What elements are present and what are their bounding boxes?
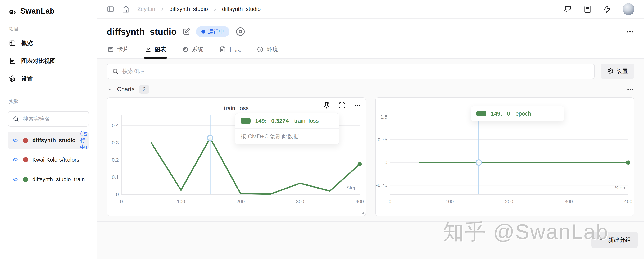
tab-environment[interactable]: 环境 (256, 44, 279, 58)
svg-text:0: 0 (384, 160, 387, 165)
experiment-row[interactable]: Kwai-Kolors/Kolors (8, 151, 89, 168)
github-icon[interactable] (564, 5, 572, 13)
experiment-color-dot (23, 177, 28, 182)
breadcrumb: ZeyiLin diffsynth_studio diffsynth_studi… (137, 6, 261, 12)
tooltip-value: 0 (507, 110, 510, 117)
experiment-color-dot (23, 138, 28, 143)
svg-text:200: 200 (505, 199, 513, 204)
experiment-search-placeholder: 搜索实验名 (23, 115, 50, 122)
settings-button-label: 设置 (617, 68, 628, 75)
experiment-search-input[interactable]: 搜索实验名 (8, 111, 89, 127)
info-circle-icon (257, 46, 264, 53)
search-icon (13, 116, 19, 122)
cpu-icon (182, 46, 189, 53)
chart-search-placeholder: 搜索图表 (122, 68, 144, 75)
lightning-icon[interactable] (603, 5, 611, 13)
tab-bar: 卡片 图表 系统 (97, 44, 644, 58)
top-bar: ZeyiLin diffsynth_studio diffsynth_studi… (97, 0, 644, 18)
experiment-status: (运行中) (80, 130, 87, 150)
gear-icon (9, 75, 16, 82)
card-icon (108, 46, 114, 53)
svg-text:300: 300 (296, 199, 304, 204)
pin-chart-icon[interactable] (323, 102, 330, 109)
page-title: diffsynth_studio (107, 26, 177, 37)
app-logo[interactable]: SwanLab (8, 6, 89, 15)
sidebar-toggle-icon[interactable] (107, 5, 114, 13)
charts-count-badge: 2 (139, 85, 149, 94)
fullscreen-icon[interactable] (338, 102, 345, 109)
svg-text:400: 400 (356, 199, 364, 204)
experiment-row[interactable]: diffsynth_studio_train (8, 171, 89, 188)
main-area: ZeyiLin diffsynth_studio diffsynth_studi… (97, 0, 644, 259)
svg-text:200: 200 (236, 199, 244, 204)
sidebar-section-experiment: 实验 (9, 98, 88, 105)
chart-more-button[interactable] (354, 102, 361, 109)
tab-charts[interactable]: 图表 (144, 44, 167, 58)
tab-label: 系统 (192, 46, 204, 53)
resize-corner-handle[interactable] (359, 209, 364, 214)
experiment-row[interactable]: diffsynth_studio (运行中) (8, 132, 89, 149)
experiment-color-dot (23, 157, 28, 162)
status-badge-label: 运行中 (208, 28, 224, 35)
chart-card-train-loss: train_loss 00.10.20.30.40100200300400Ste… (107, 97, 366, 216)
svg-text:-0.75: -0.75 (376, 182, 387, 188)
section-more-button[interactable] (626, 85, 634, 93)
charts-content: 搜索图表 设置 Charts 2 (97, 58, 644, 259)
docs-book-icon[interactable] (584, 5, 592, 13)
charts-section-title: Charts (117, 86, 134, 93)
sidebar-item-label: 图表对比视图 (21, 57, 56, 65)
svg-text:0.4: 0.4 (112, 122, 119, 128)
search-icon (112, 68, 118, 74)
svg-text:0.75: 0.75 (378, 137, 387, 142)
sidebar-nav: 概览 图表对比视图 设置 (8, 34, 89, 88)
tab-system[interactable]: 系统 (182, 44, 204, 58)
overview-grid-icon (9, 40, 16, 47)
experiment-name: diffsynth_studio (32, 137, 76, 144)
avatar[interactable] (622, 3, 634, 15)
sidebar-item-settings[interactable]: 设置 (8, 70, 89, 88)
svg-text:0: 0 (116, 192, 118, 197)
edit-pencil-icon[interactable] (182, 28, 190, 36)
chart-tooltip: 149: 0.3274 train_loss 按 CMD+C 复制此数据 (235, 113, 340, 144)
eye-visible-icon[interactable] (12, 138, 19, 143)
chart-search-input[interactable]: 搜索图表 (107, 64, 595, 79)
eye-visible-icon[interactable] (12, 177, 19, 182)
new-group-label: 新建分组 (608, 236, 631, 244)
tooltip-series: epoch (516, 110, 531, 117)
chart-settings-button[interactable]: 设置 (600, 64, 634, 79)
status-badge: 运行中 (196, 26, 230, 37)
tab-label: 环境 (267, 46, 278, 53)
svg-text:100: 100 (445, 199, 454, 204)
sidebar-item-label: 设置 (21, 75, 33, 83)
sidebar-item-chart-compare[interactable]: 图表对比视图 (8, 52, 89, 70)
chart-tooltip: 149: 0 epoch (471, 106, 564, 121)
chevron-down-icon[interactable] (107, 86, 112, 92)
new-group-button[interactable]: 新建分组 (591, 232, 638, 248)
tab-label: 卡片 (117, 46, 129, 53)
stop-run-button[interactable] (235, 26, 246, 37)
experiment-name: diffsynth_studio_train (32, 176, 85, 182)
chart-card-epoch: epoch -0.7500.751.50100200300400Step 149… (375, 97, 634, 216)
tooltip-step: 149: (491, 110, 502, 117)
sidebar-item-overview[interactable]: 概览 (8, 34, 89, 52)
sidebar-item-label: 概览 (21, 39, 33, 47)
svg-text:0: 0 (120, 199, 123, 204)
plus-icon (598, 237, 604, 243)
chart-compare-icon (9, 58, 16, 64)
breadcrumb-experiment[interactable]: diffsynth_studio (222, 6, 261, 12)
home-icon[interactable] (122, 5, 130, 13)
svg-text:300: 300 (564, 199, 572, 204)
svg-text:100: 100 (177, 199, 185, 204)
chevron-right-icon (212, 7, 218, 12)
tooltip-series: train_loss (294, 118, 319, 124)
page-more-button[interactable] (626, 27, 634, 36)
sidebar: SwanLab 项目 概览 图表对比视图 (0, 0, 97, 259)
svg-text:0.1: 0.1 (112, 174, 119, 180)
eye-visible-icon[interactable] (12, 157, 19, 162)
tab-cards[interactable]: 卡片 (107, 44, 130, 58)
tab-logs[interactable]: 日志 (219, 44, 242, 58)
breadcrumb-user[interactable]: ZeyiLin (137, 6, 155, 12)
tooltip-step: 149: (255, 118, 267, 124)
experiment-list: diffsynth_studio (运行中) Kwai-Kolors/Kolor… (8, 132, 89, 188)
breadcrumb-project[interactable]: diffsynth_studio (170, 6, 208, 12)
